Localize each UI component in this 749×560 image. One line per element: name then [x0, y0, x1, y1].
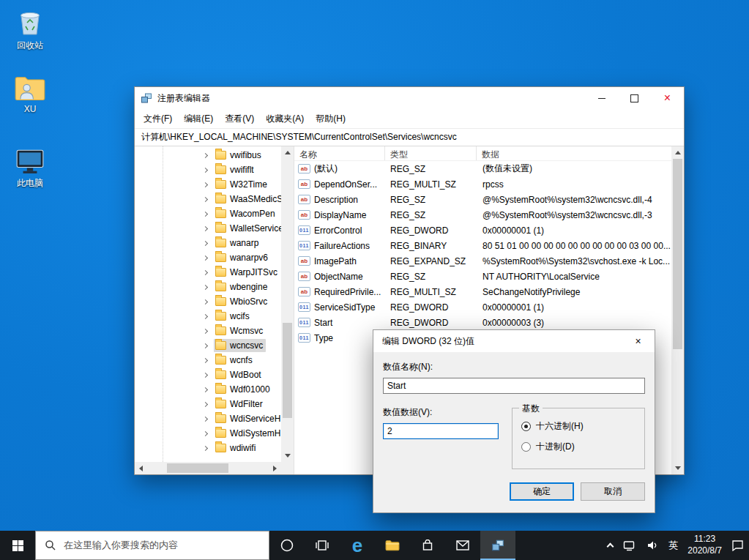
- menu-item[interactable]: 文件(F): [138, 110, 178, 128]
- tree-vertical-scrollbar[interactable]: [281, 146, 294, 462]
- network-tray-button[interactable]: [618, 531, 641, 560]
- desktop-icon-recycle-bin[interactable]: 回收站: [6, 7, 54, 52]
- chevron-right-icon[interactable]: [203, 182, 208, 187]
- chevron-right-icon[interactable]: [203, 372, 208, 377]
- tree-item[interactable]: wbengine: [135, 280, 281, 294]
- tree-item[interactable]: wdiwifi: [135, 441, 281, 455]
- tree-item-selection[interactable]: WdiServiceH: [214, 412, 281, 425]
- chevron-right-icon[interactable]: [203, 299, 208, 304]
- chevron-right-icon[interactable]: [203, 313, 208, 318]
- registry-value-row[interactable]: 011 Start REG_DWORD 0x00000003 (3): [294, 315, 671, 330]
- tree-item[interactable]: wcncsvc: [135, 338, 281, 353]
- chevron-right-icon[interactable]: [203, 196, 208, 201]
- chevron-right-icon[interactable]: [203, 225, 208, 231]
- registry-value-row[interactable]: ab ObjectName REG_SZ NT AUTHORITY\LocalS…: [294, 269, 671, 284]
- value-data-input[interactable]: [383, 423, 499, 439]
- chevron-right-icon[interactable]: [203, 416, 208, 421]
- tree-item-selection[interactable]: wdiwifi: [214, 441, 258, 455]
- tree-item[interactable]: Wcmsvc: [135, 324, 281, 338]
- chevron-right-icon[interactable]: [203, 211, 208, 216]
- tree-item[interactable]: WdFilter: [135, 397, 281, 411]
- chevron-right-icon[interactable]: [203, 445, 208, 450]
- tree-item[interactable]: WarpJITSvc: [135, 265, 281, 280]
- task-view-button[interactable]: [305, 531, 340, 560]
- tree-item[interactable]: WalletService: [135, 221, 281, 236]
- menu-item[interactable]: 帮助(H): [310, 110, 351, 128]
- chevron-right-icon[interactable]: [203, 343, 208, 348]
- hex-radio-button[interactable]: [521, 422, 531, 431]
- registry-value-row[interactable]: ab DisplayName REG_SZ @%SystemRoot%\syst…: [294, 207, 671, 223]
- value-name-input[interactable]: [383, 378, 645, 394]
- tree-item-selection[interactable]: WacomPen: [214, 207, 278, 220]
- tray-overflow-button[interactable]: [603, 531, 618, 560]
- chevron-right-icon[interactable]: [203, 284, 208, 289]
- chevron-right-icon[interactable]: [203, 401, 208, 406]
- tree-item[interactable]: WdBoot: [135, 367, 281, 382]
- tree-hscroll-thumb[interactable]: [167, 463, 228, 473]
- cancel-button[interactable]: 取消: [581, 482, 645, 501]
- tree-vscroll-thumb[interactable]: [283, 323, 292, 417]
- scroll-right-arrow-icon[interactable]: [269, 462, 281, 474]
- column-header[interactable]: 数据: [477, 146, 671, 160]
- tree-item-selection[interactable]: wanarpv6: [214, 251, 271, 264]
- column-header[interactable]: 类型: [385, 146, 477, 160]
- tree-item[interactable]: WdiServiceH: [135, 411, 281, 426]
- taskbar-clock[interactable]: 11:23 2020/8/7: [683, 531, 726, 560]
- tree-item[interactable]: wanarpv6: [135, 250, 281, 265]
- scroll-up-arrow-icon[interactable]: [281, 146, 294, 159]
- menu-item[interactable]: 编辑(E): [178, 110, 219, 128]
- tree-item[interactable]: WacomPen: [135, 206, 281, 221]
- chevron-right-icon[interactable]: [203, 357, 208, 362]
- tree-item-selection[interactable]: WaaSMedicS: [214, 193, 281, 206]
- tree-item-selection[interactable]: wcnfs: [214, 354, 256, 367]
- scroll-left-arrow-icon[interactable]: [135, 462, 147, 474]
- tree-item[interactable]: wanarp: [135, 236, 281, 250]
- tree-item-selection[interactable]: Wcmsvc: [214, 324, 266, 337]
- chevron-right-icon[interactable]: [203, 387, 208, 392]
- tree-item[interactable]: vwifibus: [135, 148, 281, 163]
- list-vscroll-thumb[interactable]: [673, 159, 682, 349]
- tree-item[interactable]: W32Time: [135, 177, 281, 192]
- tree-item-selection[interactable]: wanarp: [214, 236, 261, 250]
- tree-item-selection[interactable]: WarpJITSvc: [214, 266, 280, 279]
- title-bar[interactable]: 注册表编辑器 ×: [135, 87, 684, 109]
- tree-item[interactable]: WbioSrvc: [135, 294, 281, 309]
- chevron-right-icon[interactable]: [203, 167, 208, 172]
- registry-value-row[interactable]: ab Description REG_SZ @%SystemRoot%\syst…: [294, 192, 671, 207]
- registry-value-row[interactable]: 011 FailureActions REG_BINARY 80 51 01 0…: [294, 238, 671, 253]
- registry-value-row[interactable]: 011 ServiceSidType REG_DWORD 0x00000001 …: [294, 299, 671, 315]
- minimize-button[interactable]: [585, 87, 618, 109]
- close-button[interactable]: ×: [651, 87, 684, 109]
- chevron-right-icon[interactable]: [203, 152, 208, 157]
- tree-item-selection[interactable]: Wdf01000: [214, 383, 273, 396]
- tree-item-selection[interactable]: wbengine: [214, 280, 270, 294]
- registry-value-row[interactable]: 011 ErrorControl REG_DWORD 0x00000001 (1…: [294, 223, 671, 238]
- menu-item[interactable]: 收藏夹(A): [260, 110, 310, 128]
- address-bar[interactable]: 计算机\HKEY_LOCAL_MACHINE\SYSTEM\CurrentCon…: [135, 128, 684, 146]
- chevron-right-icon[interactable]: [203, 240, 208, 245]
- chevron-right-icon[interactable]: [203, 328, 208, 333]
- dialog-close-button[interactable]: ×: [622, 330, 655, 352]
- tree-horizontal-scrollbar[interactable]: [135, 462, 281, 474]
- tree-item-selection[interactable]: vwifibus: [214, 149, 264, 162]
- tree-item-selection[interactable]: wcifs: [214, 310, 253, 323]
- tree-item-selection[interactable]: WbioSrvc: [214, 295, 270, 308]
- edge-button[interactable]: e: [340, 531, 375, 560]
- tree-item-selection[interactable]: WdiSystemH: [214, 427, 281, 440]
- mail-button[interactable]: [445, 531, 480, 560]
- menu-item[interactable]: 查看(V): [219, 110, 260, 128]
- tree-item-selection[interactable]: WdBoot: [214, 368, 264, 381]
- chevron-right-icon[interactable]: [203, 430, 208, 436]
- list-vertical-scrollbar[interactable]: [671, 146, 684, 474]
- store-button[interactable]: [410, 531, 445, 560]
- tree-item-selection[interactable]: WdFilter: [214, 397, 266, 411]
- cortana-button[interactable]: [269, 531, 305, 560]
- start-button[interactable]: [0, 531, 35, 560]
- desktop-icon-user-folder[interactable]: XU: [6, 74, 54, 114]
- tree-item[interactable]: WaaSMedicS: [135, 192, 281, 206]
- tree-item-selection[interactable]: wcncsvc: [214, 339, 266, 352]
- tree-item[interactable]: wcifs: [135, 309, 281, 324]
- scroll-up-arrow-icon[interactable]: [671, 146, 684, 159]
- dialog-title-bar[interactable]: 编辑 DWORD (32 位)值 ×: [373, 330, 655, 352]
- file-explorer-button[interactable]: [375, 531, 410, 560]
